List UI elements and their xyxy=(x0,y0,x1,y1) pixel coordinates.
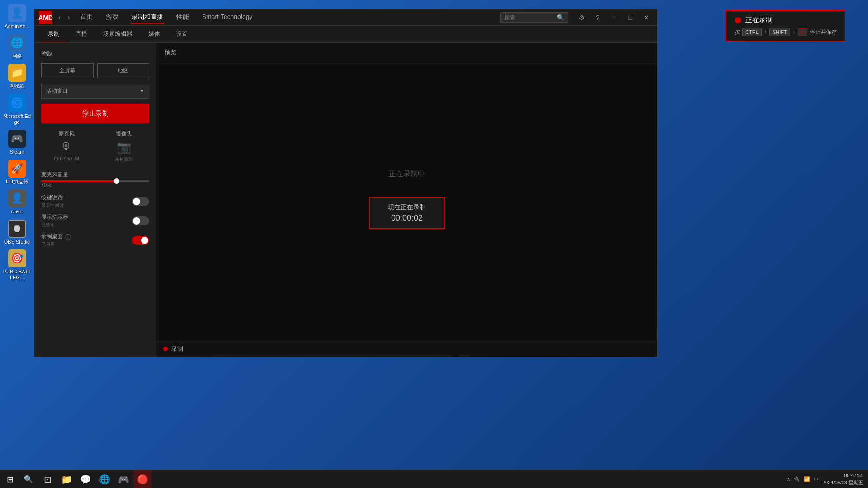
search-button[interactable]: 🔍 xyxy=(20,470,36,488)
desktop-icon-steam[interactable]: 🎮 Steam xyxy=(1,128,33,157)
nav-performance[interactable]: 性能 xyxy=(175,11,190,24)
taskbar-amd[interactable]: 🔴 xyxy=(133,470,151,488)
toggle-thumb xyxy=(133,198,140,205)
overlay-prefix: 按 xyxy=(735,28,740,36)
app-window: AMD ‹ › 首页 游戏 录制和直播 性能 Smart Technology … xyxy=(34,9,658,357)
record-desktop-label: 录制桌面 xyxy=(41,233,63,240)
record-desktop-control: 录制桌面 i 已启用 xyxy=(41,233,149,248)
camera-status: 未检测到 xyxy=(115,156,133,163)
chevron-down-icon: ▼ xyxy=(140,89,144,94)
overlay-header: 正在录制 xyxy=(735,16,837,24)
desktop-icon-pubg[interactable]: 🎯 PUBG BATTLEG... xyxy=(1,248,33,282)
desktop-icon-label-client: client xyxy=(11,209,23,215)
window-dropdown[interactable]: 活动窗口 ▼ xyxy=(41,84,149,99)
tab-media[interactable]: 媒体 xyxy=(142,26,167,42)
taskbar-chat[interactable]: 💬 xyxy=(76,470,94,488)
taskbar-taskview[interactable]: ⊡ xyxy=(38,470,57,488)
mic-volume-slider[interactable] xyxy=(41,180,149,182)
microphone-icon[interactable]: 🎙 xyxy=(61,140,72,154)
mic-volume-control: 麦克风音量 70% xyxy=(41,171,149,188)
tab-live[interactable]: 直播 xyxy=(69,26,94,42)
taskbar-time: 00:47:55 2024/05/03 星期五 xyxy=(822,472,863,486)
slider-fill xyxy=(41,180,117,182)
desktop-icon-label-finance: 网收款 xyxy=(9,83,24,89)
push-to-talk-sublabel: 显示中间键 xyxy=(41,202,132,209)
record-desktop-toggle[interactable] xyxy=(132,236,149,245)
overlay-action: 停止并保存 xyxy=(810,28,837,36)
main-nav: 首页 游戏 录制和直播 性能 Smart Technology xyxy=(79,11,500,24)
taskbar-system-tray: ∧ xyxy=(787,476,790,482)
taskbar-steam[interactable]: 🎮 xyxy=(114,470,132,488)
push-to-talk-labels: 按键说话 显示中间键 xyxy=(41,194,132,209)
show-indicator-control: 显示指示器 已禁用 xyxy=(41,213,149,228)
maximize-button[interactable]: □ xyxy=(624,11,637,24)
tab-settings[interactable]: 设置 xyxy=(169,26,194,42)
push-to-talk-label: 按键说话 xyxy=(41,194,132,202)
show-indicator-sublabel: 已禁用 xyxy=(41,222,132,228)
slider-thumb[interactable] xyxy=(114,178,119,184)
desktop-icon-finance[interactable]: 📁 网收款 xyxy=(1,62,33,91)
left-panel: 控制 全屏幕 地区 活动窗口 ▼ 停止录制 麦克风 🎙 Ctrl+Shift+M… xyxy=(34,43,156,357)
plus-1: + xyxy=(764,29,767,35)
back-button[interactable]: ‹ xyxy=(56,13,63,23)
info-icon[interactable]: i xyxy=(65,234,71,240)
nav-games[interactable]: 游戏 xyxy=(105,11,119,24)
taskbar-battery: 🔌 xyxy=(794,476,800,482)
nav-home[interactable]: 首页 xyxy=(79,11,94,24)
title-bar: AMD ‹ › 首页 游戏 录制和直播 性能 Smart Technology … xyxy=(34,9,657,26)
search-icon: 🔍 xyxy=(557,14,564,21)
desktop-icons: 👤 Administr... 🌐 网络 📁 网收款 🌀 Microsoft Ed… xyxy=(0,0,34,371)
tab-scene-editor[interactable]: 场景编辑器 xyxy=(96,26,139,42)
preview-label: 预览 xyxy=(165,49,176,56)
mic-volume-value: 70% xyxy=(41,182,149,188)
desktop-icon-edge[interactable]: 🌀 Microsoft Edge xyxy=(1,92,33,127)
settings-button[interactable]: ⚙ xyxy=(575,11,588,24)
microphone-shortcut: Ctrl+Shift+M xyxy=(54,156,79,161)
show-indicator-toggle[interactable] xyxy=(132,216,149,225)
desktop-icon-network[interactable]: 🌐 网络 xyxy=(1,32,33,61)
right-panel: 预览 正在录制中 现在正在录制 00:00:02 录制 xyxy=(156,43,657,357)
camera-icon[interactable]: 📷 xyxy=(117,140,131,154)
microphone-control: 麦克风 🎙 Ctrl+Shift+M xyxy=(41,130,92,163)
time-display: 00:47:55 xyxy=(822,472,863,479)
push-to-talk-toggle[interactable] xyxy=(132,197,149,206)
recording-footer-label: 录制 xyxy=(171,345,183,353)
recording-in-progress-text: 正在录制中 xyxy=(389,169,425,179)
taskbar-network: 📶 xyxy=(804,476,810,482)
search-input[interactable] xyxy=(505,14,557,21)
help-button[interactable]: ? xyxy=(591,11,604,24)
mic-volume-slider-row xyxy=(41,180,149,182)
desktop-icon-client[interactable]: 👤 client xyxy=(1,188,33,216)
fullscreen-button[interactable]: 全屏幕 xyxy=(41,63,94,78)
nav-arrows: ‹ › xyxy=(56,13,72,23)
plus-2: + xyxy=(793,29,796,35)
toggle-thumb-indicator xyxy=(133,217,140,225)
date-display: 2024/05/03 星期五 xyxy=(822,479,863,486)
desktop-icon-label-network: 网络 xyxy=(12,53,22,59)
toggle-thumb-desktop xyxy=(141,237,148,244)
nav-smart[interactable]: Smart Technology xyxy=(201,11,254,24)
overlay-rec-indicator xyxy=(735,17,741,23)
desktop-icon-uubooster[interactable]: 🚀 UU加速器 xyxy=(1,158,33,187)
start-button[interactable]: ⊞ xyxy=(0,470,20,488)
tab-record[interactable]: 录制 xyxy=(41,26,66,42)
forward-button[interactable]: › xyxy=(65,13,72,23)
taskbar-explorer[interactable]: 📁 xyxy=(57,470,75,488)
show-indicator-labels: 显示指示器 已禁用 xyxy=(41,213,132,228)
search-box[interactable]: 🔍 xyxy=(500,12,568,23)
content-area: 控制 全屏幕 地区 活动窗口 ▼ 停止录制 麦克风 🎙 Ctrl+Shift+M… xyxy=(34,43,657,357)
preview-footer: 录制 xyxy=(156,341,657,357)
microphone-label: 麦克风 xyxy=(58,130,75,138)
amd-logo: AMD xyxy=(39,11,52,24)
control-section-title: 控制 xyxy=(41,50,149,58)
nav-recording[interactable]: 录制和直播 xyxy=(131,11,164,24)
stop-recording-button[interactable]: 停止录制 xyxy=(41,104,149,123)
desktop-icon-obs[interactable]: ⏺ OBS Studio xyxy=(1,218,33,247)
region-button[interactable]: 地区 xyxy=(97,63,150,78)
minimize-button[interactable]: ─ xyxy=(608,11,620,24)
close-button[interactable]: ✕ xyxy=(640,11,653,24)
desktop-icon-administrator[interactable]: 👤 Administr... xyxy=(1,2,33,31)
taskbar-browser[interactable]: 🌐 xyxy=(95,470,113,488)
preview-area: 正在录制中 现在正在录制 00:00:02 xyxy=(156,62,657,341)
recording-timer: 00:00:02 xyxy=(388,213,426,223)
